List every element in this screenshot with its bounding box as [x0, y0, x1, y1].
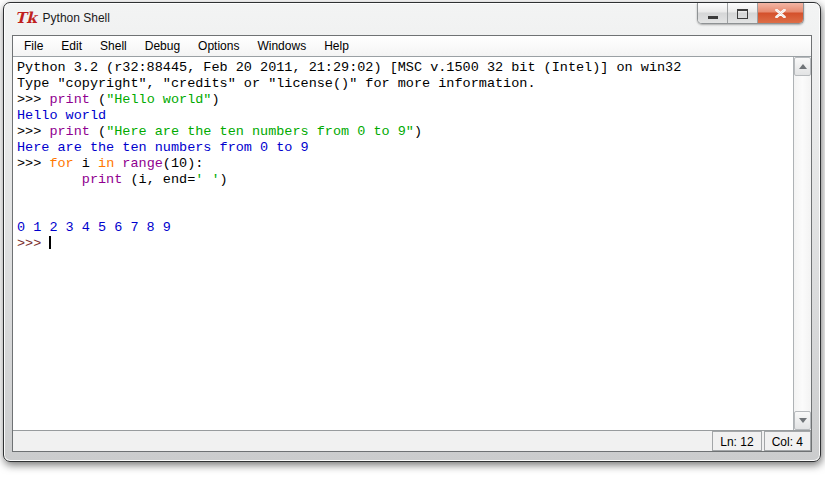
shell-line-4: Hello world — [17, 108, 793, 124]
maximize-icon — [737, 9, 748, 19]
shell-line-8: print (i, end=' ') — [17, 172, 793, 188]
arrow-up-icon — [799, 64, 807, 69]
shell-line-11: 0 1 2 3 4 5 6 7 8 9 — [17, 220, 793, 236]
shell-text-segment: range — [122, 156, 163, 171]
client-area: FileEditShellDebugOptionsWindowsHelp Pyt… — [12, 35, 812, 452]
shell-text-segment: (i, end= — [122, 172, 195, 187]
shell-text-segment: ( — [90, 124, 106, 139]
shell-line-5: >>> print ("Here are the ten numbers fro… — [17, 124, 793, 140]
shell-text-segment — [17, 172, 82, 187]
arrow-down-icon — [799, 418, 807, 423]
window-title: Python Shell — [43, 11, 110, 25]
menu-item-file[interactable]: File — [15, 37, 52, 56]
shell-text-segment: in — [98, 156, 114, 171]
content-row: Python 3.2 (r32:88445, Feb 20 2011, 21:2… — [13, 57, 811, 430]
shell-text-segment: Type "copyright", "credits" or "license(… — [17, 76, 535, 91]
minimize-icon — [708, 16, 718, 19]
menu-item-debug[interactable]: Debug — [136, 37, 189, 56]
shell-text-segment: ) — [220, 172, 228, 187]
menu-item-help[interactable]: Help — [315, 37, 358, 56]
shell-text-segment: ) — [211, 92, 219, 107]
menu-item-windows[interactable]: Windows — [248, 37, 315, 56]
tk-icon: Tk — [15, 10, 37, 26]
shell-text-segment: 0 1 2 3 4 5 6 7 8 9 — [17, 220, 171, 235]
shell-text-segment: ( — [90, 92, 106, 107]
shell-text-segment: >>> — [17, 124, 49, 139]
scroll-up-button[interactable] — [794, 57, 811, 76]
shell-text-segment: print — [49, 124, 90, 139]
shell-text-segment: >>> — [17, 236, 49, 251]
shell-line-3: >>> print ("Hello world") — [17, 92, 793, 108]
shell-text-segment: "Hello world" — [106, 92, 211, 107]
shell-line-12: >>> — [17, 236, 793, 252]
status-bar: Ln: 12 Col: 4 — [13, 430, 811, 451]
shell-text-segment: >>> — [17, 156, 49, 171]
minimize-button[interactable] — [698, 3, 728, 23]
shell-text-segment: print — [82, 172, 123, 187]
shell-line-10 — [17, 204, 793, 220]
menu-bar: FileEditShellDebugOptionsWindowsHelp — [13, 36, 811, 57]
caption-buttons — [697, 3, 804, 24]
shell-line-1: Python 3.2 (r32:88445, Feb 20 2011, 21:2… — [17, 60, 793, 76]
vertical-scrollbar[interactable] — [793, 57, 811, 430]
shell-line-9 — [17, 188, 793, 204]
shell-text-segment: i — [74, 156, 98, 171]
close-button[interactable] — [758, 3, 803, 23]
shell-text-segment: print — [49, 92, 90, 107]
shell-line-2: Type "copyright", "credits" or "license(… — [17, 76, 793, 92]
shell-text-segment: ) — [414, 124, 422, 139]
shell-text-segment: for — [49, 156, 73, 171]
scroll-down-button[interactable] — [794, 411, 811, 430]
scrollbar-track[interactable] — [794, 76, 811, 411]
menu-item-shell[interactable]: Shell — [91, 37, 136, 56]
menu-item-edit[interactable]: Edit — [52, 37, 91, 56]
shell-text-segment: Here are the ten numbers from 0 to 9 — [17, 140, 309, 155]
menu-item-options[interactable]: Options — [189, 37, 248, 56]
shell-line-7: >>> for i in range(10): — [17, 156, 793, 172]
shell-text-segment: >>> — [17, 92, 49, 107]
shell-text-segment: Hello world — [17, 108, 106, 123]
shell-text-segment: "Here are the ten numbers from 0 to 9" — [106, 124, 414, 139]
shell-text-segment: Python 3.2 (r32:88445, Feb 20 2011, 21:2… — [17, 60, 681, 75]
status-line: Ln: 12 — [712, 431, 761, 451]
shell-text-segment: ' ' — [195, 172, 219, 187]
shell-text[interactable]: Python 3.2 (r32:88445, Feb 20 2011, 21:2… — [13, 57, 793, 430]
text-cursor — [49, 236, 51, 249]
shell-line-6: Here are the ten numbers from 0 to 9 — [17, 140, 793, 156]
close-icon — [775, 9, 786, 18]
status-column: Col: 4 — [764, 431, 811, 451]
shell-text-segment: (10): — [163, 156, 204, 171]
maximize-button[interactable] — [728, 3, 758, 23]
window: Tk Python Shell FileEditShellDebugOption… — [3, 2, 821, 462]
